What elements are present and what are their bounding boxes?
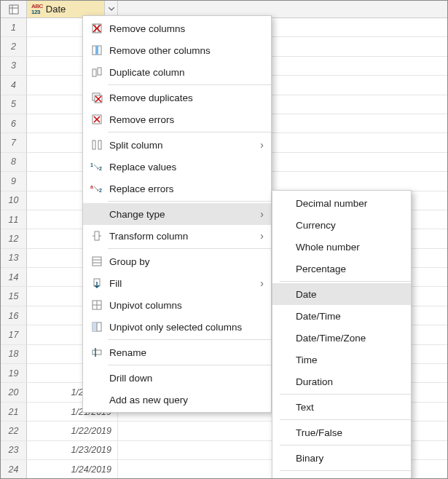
- row-header[interactable]: 18: [1, 345, 27, 364]
- table-corner[interactable]: [1, 1, 27, 18]
- menu-label: Decimal number: [293, 198, 404, 209]
- menu-label: Group by: [106, 256, 264, 267]
- unpivot-selected-icon: [87, 321, 106, 333]
- menu-replace-values[interactable]: 12 Replace values: [83, 156, 271, 178]
- menu-label: Drill down: [106, 373, 264, 384]
- svg-text:2: 2: [99, 188, 102, 193]
- row-header[interactable]: 10: [1, 191, 27, 210]
- fill-icon: [87, 277, 106, 289]
- cell-date[interactable]: 1/24/2019: [27, 460, 118, 479]
- menu-label: Date: [293, 289, 404, 300]
- row-header[interactable]: 12: [1, 229, 27, 248]
- row-header[interactable]: 8: [1, 153, 27, 172]
- menu-remove-duplicates[interactable]: Remove duplicates: [83, 87, 271, 108]
- cell-date[interactable]: 1/23/2019: [27, 441, 118, 460]
- menu-separator: [108, 339, 271, 340]
- cell-date[interactable]: 1/22/2019: [27, 421, 118, 440]
- menu-rename[interactable]: Rename: [83, 341, 271, 363]
- menu-label: Add as new query: [106, 395, 264, 405]
- row-header[interactable]: 24: [1, 460, 27, 479]
- row-header[interactable]: 21: [1, 403, 27, 421]
- unpivot-icon: [87, 299, 106, 311]
- svg-text:2: 2: [99, 166, 102, 171]
- svg-rect-19: [93, 140, 95, 149]
- menu-label: Currency: [293, 220, 404, 231]
- row-header[interactable]: 17: [1, 325, 27, 344]
- replace-values-icon: 12: [87, 162, 106, 172]
- menu-label: Date/Time/Zone: [293, 333, 404, 344]
- type-date[interactable]: Date: [272, 283, 411, 305]
- transform-column-icon: [87, 230, 106, 242]
- menu-unpivot-columns[interactable]: Unpivot columns: [83, 294, 271, 316]
- row-header[interactable]: 9: [1, 172, 27, 191]
- menu-fill[interactable]: Fill ›: [83, 272, 271, 294]
- menu-label: Transform column: [106, 231, 254, 242]
- menu-split-column[interactable]: Split column ›: [83, 134, 271, 156]
- chevron-down-icon: [109, 7, 114, 11]
- row-header[interactable]: 20: [1, 383, 27, 402]
- menu-duplicate-column[interactable]: Duplicate column: [83, 61, 271, 83]
- row-header[interactable]: 7: [1, 133, 27, 152]
- menu-label: Text: [293, 402, 404, 413]
- remove-columns-icon: [87, 23, 106, 34]
- change-type-submenu: Decimal number Currency Whole number Per…: [272, 190, 412, 479]
- svg-rect-20: [98, 140, 101, 149]
- menu-label: Unpivot only selected columns: [106, 322, 264, 333]
- svg-rect-36: [93, 350, 101, 355]
- row-header[interactable]: 22: [1, 421, 27, 440]
- menu-drill-down[interactable]: Drill down: [83, 367, 271, 389]
- any-type-icon: ABC 123: [31, 4, 43, 15]
- column-context-menu: Remove columns Remove other columns Dupl…: [82, 15, 272, 413]
- menu-separator: [108, 248, 271, 249]
- menu-remove-other-columns[interactable]: Remove other columns: [83, 39, 271, 61]
- menu-transform-column[interactable]: Transform column ›: [83, 225, 271, 247]
- row-header[interactable]: 19: [1, 364, 27, 383]
- type-truefalse[interactable]: True/False: [272, 421, 411, 443]
- type-time[interactable]: Time: [272, 349, 411, 371]
- menu-label: Fill: [106, 278, 254, 289]
- type-using-locale[interactable]: Using locale...: [272, 472, 411, 479]
- row-header[interactable]: 5: [1, 95, 27, 114]
- row-header[interactable]: 23: [1, 441, 27, 460]
- type-percentage[interactable]: Percentage: [272, 258, 411, 280]
- svg-rect-26: [93, 257, 101, 266]
- table-icon: [9, 4, 19, 15]
- menu-unpivot-selected[interactable]: Unpivot only selected columns: [83, 316, 271, 338]
- submenu-arrow-icon: ›: [254, 230, 264, 242]
- menu-add-as-new-query[interactable]: Add as new query: [83, 389, 271, 411]
- type-decimal[interactable]: Decimal number: [272, 192, 411, 214]
- type-datetimezone[interactable]: Date/Time/Zone: [272, 327, 411, 349]
- menu-separator: [108, 84, 271, 85]
- menu-label: Duplicate column: [106, 67, 264, 78]
- row-header[interactable]: 13: [1, 249, 27, 268]
- row-header[interactable]: 1: [1, 18, 27, 37]
- type-binary[interactable]: Binary: [272, 447, 411, 469]
- type-datetime[interactable]: Date/Time: [272, 305, 411, 327]
- remove-errors-icon: [87, 114, 106, 125]
- row-header[interactable]: 4: [1, 76, 27, 95]
- row-header[interactable]: 14: [1, 268, 27, 287]
- row-header[interactable]: 11: [1, 210, 27, 229]
- row-header[interactable]: 3: [1, 57, 27, 76]
- type-currency[interactable]: Currency: [272, 214, 411, 236]
- type-text[interactable]: Text: [272, 396, 411, 418]
- menu-remove-errors[interactable]: Remove errors: [83, 108, 271, 130]
- menu-label: True/False: [293, 427, 404, 438]
- menu-separator: [280, 394, 411, 395]
- type-whole-number[interactable]: Whole number: [272, 236, 411, 258]
- svg-text:1: 1: [90, 162, 93, 167]
- row-header[interactable]: 2: [1, 37, 27, 56]
- menu-group-by[interactable]: Group by: [83, 250, 271, 272]
- menu-replace-errors[interactable]: a2 Replace errors: [83, 178, 271, 199]
- menu-separator: [280, 445, 411, 446]
- menu-change-type[interactable]: Change type ›: [83, 203, 271, 225]
- type-duration[interactable]: Duration: [272, 371, 411, 392]
- menu-remove-columns[interactable]: Remove columns: [83, 17, 271, 39]
- menu-separator: [280, 470, 411, 471]
- row-header[interactable]: 16: [1, 306, 27, 325]
- menu-label: Rename: [106, 347, 264, 358]
- row-header[interactable]: 6: [1, 114, 27, 133]
- row-header[interactable]: 15: [1, 287, 27, 306]
- menu-label: Replace errors: [106, 183, 264, 194]
- remove-duplicates-icon: [87, 92, 106, 103]
